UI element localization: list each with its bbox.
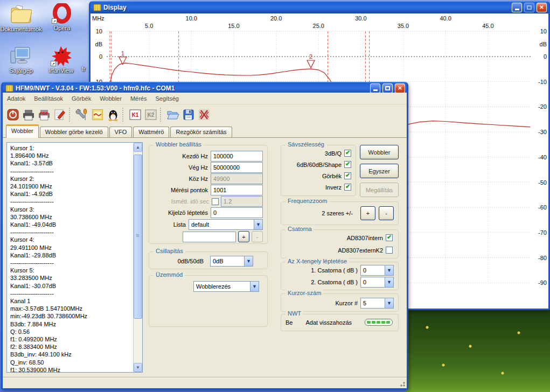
koz-hz-field (211, 173, 263, 184)
list-line[interactable]: Kanal1: -4.92dB (10, 190, 133, 198)
menu-adatok[interactable]: Adatok (3, 94, 30, 103)
display-titlebar[interactable]: Display ✕ (90, 1, 548, 13)
desktop-icon-opera[interactable]: ↗ Opera (41, 3, 83, 31)
lista-combo[interactable]: default▼ (189, 219, 263, 230)
desktop-icon-dokumentumok[interactable]: Dokumentumok (0, 4, 42, 32)
list-line[interactable]: 33.283500 MHz (10, 274, 133, 282)
print-pdf-button[interactable]: PDF (36, 107, 52, 123)
cursor-listbox[interactable]: Kursor 1:1.896400 MHzKanal1: -3.57dB----… (6, 142, 143, 373)
bw-gorbek-checkbox[interactable] (344, 172, 351, 179)
bw-6db-checkbox[interactable] (344, 161, 351, 168)
ismetl-ido-checkbox[interactable] (212, 198, 219, 205)
tab-rezgokor-szamitas[interactable]: Rezgökör számítás (170, 127, 232, 138)
bw-inverz-checkbox[interactable] (344, 184, 351, 191)
list-line[interactable]: ---------------------- (10, 167, 133, 175)
list-line[interactable]: max:-3.57dB 1.547100MHz (10, 305, 133, 312)
scroll-down-icon[interactable]: ▼ (134, 363, 142, 372)
list-line[interactable]: ---------------------- (10, 198, 133, 205)
list-line[interactable]: 24.101900 MHz (10, 183, 133, 190)
stop-button[interactable] (196, 107, 212, 123)
list-line[interactable]: Q: 0.56 (10, 328, 133, 335)
open-file-button[interactable] (165, 107, 180, 123)
close-button[interactable]: ✕ (537, 3, 547, 12)
list-line[interactable]: f2: 8.383400 MHz (10, 343, 133, 351)
ad8307-intern-checkbox[interactable] (386, 234, 393, 241)
print-button[interactable] (20, 107, 36, 123)
kezdo-hz-field[interactable] (211, 151, 263, 162)
zoom-out-button[interactable]: - (379, 206, 394, 220)
egyszer-button[interactable]: Egyszer (360, 164, 399, 178)
menu-beallitasok[interactable]: Beállítások (30, 94, 67, 103)
list-line[interactable]: Kursor 1: (10, 144, 133, 152)
lista-add-button[interactable]: + (238, 231, 249, 242)
attenuation-combo[interactable]: 0dB▼ (210, 256, 253, 267)
list-line[interactable]: ---------------------- (10, 259, 133, 267)
tab-wobbler-gorbe-kezelo[interactable]: Wobbler görbe kezelö (40, 127, 108, 138)
list-line[interactable]: ---------------------- (10, 290, 133, 297)
chevron-down-icon[interactable]: ▼ (385, 277, 393, 287)
maximize-button[interactable] (524, 3, 534, 12)
wobbler-start-button[interactable]: Wobbler (360, 145, 399, 159)
list-line[interactable]: B3db: 7.884 MHz (10, 320, 133, 328)
chevron-down-icon[interactable]: ▼ (244, 256, 253, 266)
list-line[interactable]: Kanal1: -30.07dB (10, 282, 133, 290)
list-line[interactable]: 29.491100 MHz (10, 244, 133, 251)
list-line[interactable]: Kursor 5: (10, 267, 133, 274)
veg-hz-field[interactable] (211, 162, 263, 173)
zoom-in-button[interactable]: + (360, 206, 375, 220)
list-line[interactable]: min:-49.23dB 30.738600MHz (10, 312, 133, 320)
display-config-button[interactable] (89, 107, 105, 123)
chevron-down-icon[interactable]: ▼ (385, 265, 393, 275)
kijelzo-leptetes-field[interactable] (211, 207, 263, 218)
channel2-button[interactable]: K2 (143, 107, 158, 123)
bw-3db-checkbox[interactable] (344, 150, 351, 157)
chevron-down-icon[interactable]: ▼ (250, 282, 259, 291)
list-line[interactable]: Q_inv: 68.50 (10, 359, 133, 366)
channel1-db-combo[interactable]: 0▼ (360, 265, 394, 276)
linux-button[interactable] (105, 107, 121, 123)
tab-wobbler[interactable]: Wobbler (6, 124, 39, 138)
list-line[interactable]: Kursor 4: (10, 236, 133, 243)
list-line[interactable]: f1: 0.499200 MHz (10, 335, 133, 343)
exit-button[interactable] (5, 107, 20, 123)
edit-button[interactable] (52, 107, 67, 123)
list-line[interactable]: B3db_inv: 449.100 kHz (10, 351, 133, 358)
ad8307-extern-checkbox[interactable] (386, 247, 393, 254)
maximize-button[interactable] (382, 83, 393, 93)
save-file-button[interactable] (180, 107, 196, 123)
cursor-count-combo[interactable]: 5▼ (360, 298, 394, 309)
menu-gorbek[interactable]: Görbék (67, 94, 95, 103)
list-line[interactable]: 30.738600 MHz (10, 213, 133, 221)
meresi-pontok-field[interactable] (211, 185, 263, 195)
tab-wattmero[interactable]: Wattmérö (133, 127, 169, 138)
mode-combo[interactable]: Wobblerezés▼ (193, 281, 259, 292)
list-line[interactable]: f1: 30.539000 MHz (10, 366, 133, 372)
minimize-button[interactable] (512, 3, 522, 12)
list-line[interactable]: Kanal1: -49.04dB (10, 221, 133, 228)
minimize-button[interactable] (370, 83, 380, 93)
close-button[interactable]: ✕ (395, 83, 405, 93)
menu-segitseg[interactable]: Segítség (151, 94, 183, 103)
menu-wobbler[interactable]: Wobbler (95, 94, 126, 103)
list-line[interactable]: 1.896400 MHz (10, 152, 133, 159)
channel1-button[interactable]: K1 (127, 107, 143, 123)
desktop-icon-sajatgep[interactable]: Sajátgép (0, 46, 42, 74)
chevron-down-icon[interactable]: ▼ (254, 220, 262, 229)
chevron-down-icon[interactable]: ▼ (385, 298, 393, 308)
scroll-up-icon[interactable]: ▲ (134, 143, 142, 152)
scrollbar[interactable]: ▲ ▼ (133, 143, 142, 372)
lista-add-input[interactable] (183, 232, 236, 242)
scrollbar-thumb[interactable] (134, 155, 142, 319)
tab-vfo[interactable]: VFO (109, 127, 133, 138)
resize-grip[interactable] (399, 380, 406, 387)
list-line[interactable]: Kursor 3: (10, 206, 133, 213)
list-line[interactable]: ---------------------- (10, 228, 133, 236)
list-line[interactable]: Kanal1: -29.88dB (10, 251, 133, 259)
channel2-db-combo[interactable]: 0▼ (360, 277, 394, 288)
list-line[interactable]: Kanal 1 (10, 297, 133, 305)
settings-button[interactable] (74, 107, 89, 123)
list-line[interactable]: Kursor 2: (10, 175, 133, 183)
cursor-list: Kursor 1:1.896400 MHzKanal1: -3.57dB----… (7, 143, 133, 372)
list-line[interactable]: Kanal1: -3.57dB (10, 159, 133, 167)
menu-meres[interactable]: Mérés (126, 94, 151, 103)
